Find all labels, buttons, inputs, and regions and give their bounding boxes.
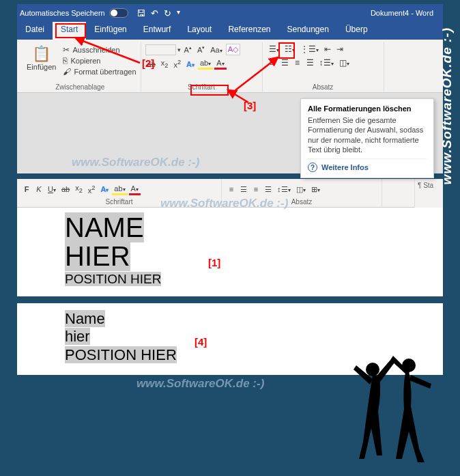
multilevel-button[interactable]: ⋮☰▾ — [298, 44, 321, 55]
format-painter-button[interactable]: 🖌Format übertragen — [63, 67, 136, 76]
clipboard-icon: 📋 — [32, 45, 51, 63]
bold-button[interactable]: F — [21, 184, 32, 194]
decrease-indent-button[interactable]: ⇤ — [322, 44, 333, 55]
doc1-line3: POSITION HIER — [65, 272, 161, 286]
brush-icon: 🖌 — [63, 67, 71, 76]
document-title: Dokument4 - Word — [371, 9, 433, 17]
tab-layout[interactable]: Layout — [179, 22, 220, 40]
underline-button[interactable]: U▾ — [46, 184, 58, 194]
grow-font-button[interactable]: A▴ — [182, 44, 194, 55]
tab-datei[interactable]: Datei — [17, 22, 53, 40]
italic-button[interactable]: K — [33, 184, 44, 194]
align-center-button[interactable]: ☰ — [279, 57, 291, 68]
shrink-font-button[interactable]: A▾ — [195, 44, 207, 55]
paragraph-group-label: Absatz — [226, 198, 377, 206]
clear-formatting-button[interactable]: A◇ — [226, 44, 240, 55]
autosave-toggle[interactable] — [109, 8, 128, 18]
save-icon[interactable]: 🖫 — [136, 8, 145, 18]
align-left-button[interactable]: ≡ — [267, 57, 278, 68]
clipboard-group-label: Zwischenablage — [24, 82, 136, 92]
shading-button[interactable]: ◫▾ — [294, 184, 308, 195]
ribbon-tabs: Datei Start Einfügen Entwurf Layout Refe… — [17, 22, 443, 40]
align-center-button[interactable]: ☰ — [238, 184, 249, 195]
bullets-button[interactable]: ☰▾ — [267, 44, 281, 55]
autosave-group: Automatisches Speichern — [20, 8, 128, 18]
redo-icon[interactable]: ↻ — [164, 8, 171, 18]
font-group-label: Schriftart — [21, 198, 217, 206]
callout-3: [3] — [244, 100, 256, 111]
strikethrough-button[interactable]: ab — [59, 184, 72, 194]
text-effects-button[interactable]: A▾ — [98, 184, 111, 194]
clipboard-group: 📋 Einfügen ✂Ausschneiden ⎘Kopieren 🖌Form… — [20, 42, 141, 92]
justify-button[interactable]: ☰ — [263, 184, 274, 195]
title-bar: Automatisches Speichern 🖫 ↶ ↻ ▾ Dokument… — [17, 4, 443, 22]
callout-4: [4] — [195, 336, 207, 348]
qat-more-icon[interactable]: ▾ — [177, 8, 180, 18]
tooltip-title: Alle Formatierungen löschen — [308, 104, 427, 113]
tab-referenzen[interactable]: Referenzen — [220, 22, 278, 40]
paragraph-group-label: Absatz — [267, 82, 379, 92]
tab-sendungen[interactable]: Sendungen — [279, 22, 337, 40]
doc1-line1: NAME — [65, 212, 144, 242]
font-color-button[interactable]: A▾ — [129, 184, 141, 195]
font-group: ▾ A▴ A▾ Aa▾ A◇ ab x2 x2 A▾ ab▾ A▾ Schrif… — [141, 42, 263, 92]
shading-button[interactable]: ◫▾ — [337, 57, 351, 68]
autosave-label: Automatisches Speichern — [20, 9, 105, 17]
svg-point-3 — [366, 363, 379, 376]
line-spacing-button[interactable]: ↕☰▾ — [317, 57, 336, 68]
line-spacing-button[interactable]: ↕☰▾ — [275, 184, 293, 195]
tab-ueberpruefen[interactable]: Überp — [337, 22, 376, 40]
numbering-button[interactable]: ☷▾ — [283, 44, 297, 55]
tab-start[interactable]: Start — [53, 22, 86, 40]
scissors-icon: ✂ — [63, 45, 70, 55]
paragraph-group: ☰▾ ☷▾ ⋮☰▾ ⇤ ⇥ ≡ ☰ ≡ ☰ ↕☰▾ ◫▾ Absatz — [263, 42, 384, 92]
document-area-1[interactable]: NAME HIER POSITION HIER [1] — [17, 208, 443, 296]
dancing-figures-icon — [344, 346, 440, 462]
increase-indent-button[interactable]: ⇥ — [334, 44, 345, 55]
align-right-button[interactable]: ≡ — [292, 57, 303, 68]
doc2-line1: Name — [65, 310, 105, 327]
justify-button[interactable]: ☰ — [304, 57, 316, 68]
copy-icon: ⎘ — [63, 56, 68, 66]
tooltip-clear-formatting: Alle Formatierungen löschen Entfernen Si… — [300, 98, 434, 178]
highlight-button[interactable]: ab▾ — [112, 184, 127, 195]
doc1-line2: HIER — [65, 241, 130, 271]
tab-einfuegen[interactable]: Einfügen — [86, 22, 134, 40]
subscript-button[interactable]: x2 — [73, 183, 85, 195]
quick-access-toolbar: 🖫 ↶ ↻ ▾ — [136, 8, 180, 18]
tooltip-body: Entfernen Sie die gesamte Formatierung d… — [308, 115, 427, 154]
align-left-button[interactable]: ≡ — [226, 184, 237, 194]
tooltip-more-link[interactable]: ?Weitere Infos — [308, 158, 427, 172]
superscript-button[interactable]: x2 — [171, 58, 183, 70]
font-group-label: Schriftart — [145, 82, 258, 92]
subscript-button[interactable]: x2 — [159, 58, 171, 70]
ribbon: 📋 Einfügen ✂Ausschneiden ⎘Kopieren 🖌Form… — [17, 40, 443, 93]
superscript-button[interactable]: x2 — [86, 184, 98, 195]
highlight-button[interactable]: ab▾ — [198, 58, 213, 70]
cut-button[interactable]: ✂Ausschneiden — [63, 45, 136, 55]
undo-icon[interactable]: ↶ — [151, 8, 158, 18]
tab-entwurf[interactable]: Entwurf — [135, 22, 179, 40]
copy-button[interactable]: ⎘Kopieren — [63, 56, 136, 66]
change-case-button[interactable]: Aa▾ — [208, 45, 224, 55]
help-icon: ? — [308, 163, 317, 172]
doc2-line2: hier — [65, 328, 90, 345]
align-right-button[interactable]: ≡ — [250, 184, 261, 194]
mini-toolbar: F K U▾ ab x2 x2 A▾ ab▾ A▾ Schriftart ≡ ☰… — [17, 179, 443, 208]
text-effects-button[interactable]: A▾ — [184, 59, 197, 69]
callout-2: [2] — [142, 57, 154, 69]
watermark: www.SoftwareOK.de :-) — [136, 377, 264, 391]
borders-button[interactable]: ⊞▾ — [309, 184, 322, 195]
callout-1: [1] — [208, 257, 220, 268]
paste-button[interactable]: 📋 Einfügen — [24, 44, 59, 82]
doc2-line3: POSITION HIER — [65, 346, 177, 363]
font-color-button[interactable]: A▾ — [214, 58, 226, 70]
watermark-side: www.SoftwareOK.de :-) — [440, 27, 455, 184]
font-name-dropdown[interactable] — [145, 44, 176, 55]
